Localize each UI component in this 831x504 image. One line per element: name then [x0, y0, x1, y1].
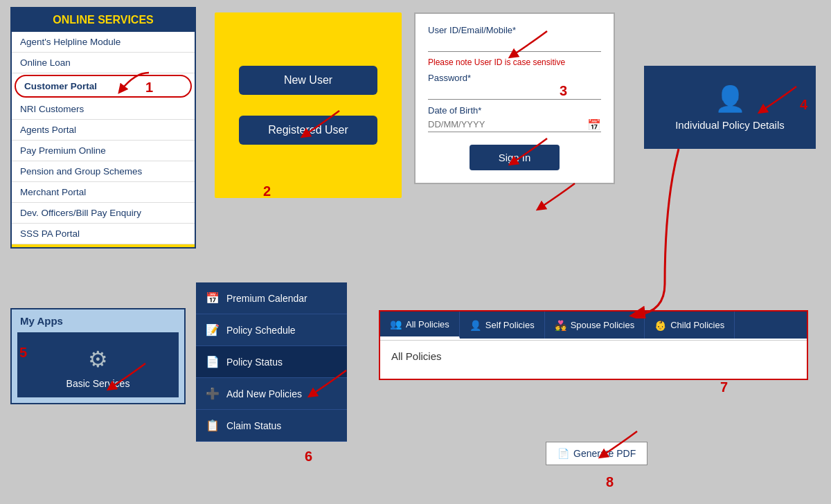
generate-pdf-button[interactable]: 📄 Generate PDF	[546, 442, 647, 465]
list-item-nri-customers[interactable]: NRI Customers	[12, 99, 195, 120]
dob-label: Date of Birth*	[428, 105, 601, 116]
case-sensitive-note: Please note User ID is case sensitive	[428, 57, 601, 67]
edit-icon: 📝	[206, 323, 220, 336]
basic-services-tile[interactable]: ⚙ Basic Services	[17, 332, 179, 397]
user-panel: New User Registered User	[215, 12, 402, 198]
list-item-customer-portal[interactable]: Customer Portal	[15, 75, 192, 98]
user-id-input[interactable]	[428, 37, 601, 52]
online-services-header: ONLINE SERVICES	[12, 8, 195, 32]
generate-pdf-label: Generate PDF	[573, 448, 636, 459]
doc-icon: 📄	[206, 355, 220, 368]
menu-item-premium-calendar[interactable]: 📅 Premium Calendar	[196, 282, 347, 314]
policy-menu: 📅 Premium Calendar 📝 Policy Schedule 📄 P…	[196, 282, 347, 442]
menu-item-add-new-policies[interactable]: ➕ Add New Policies	[196, 378, 347, 410]
sign-in-button[interactable]: Sign In	[470, 145, 560, 170]
policy-details-label: Individual Policy Details	[675, 119, 785, 131]
number-6-badge: 6	[305, 449, 312, 465]
menu-label-claim-status: Claim Status	[226, 420, 281, 431]
policy-details-panel[interactable]: 👤 Individual Policy Details	[644, 66, 816, 149]
list-item-pay-premium[interactable]: Pay Premium Online	[12, 141, 195, 161]
list-item-agents-portal[interactable]: Agents Portal	[12, 120, 195, 141]
menu-label-policy-status: Policy Status	[226, 357, 283, 368]
login-form-panel: User ID/Email/Mobile* Please note User I…	[414, 12, 615, 184]
number-7-badge: 7	[720, 379, 728, 395]
person-icon: 👤	[715, 84, 746, 114]
calendar-icon: 📅	[587, 118, 601, 132]
tab-all-policies[interactable]: 👥 All Policies	[380, 312, 460, 339]
menu-item-policy-status[interactable]: 📄 Policy Status	[196, 346, 347, 378]
plus-icon: ➕	[206, 387, 220, 400]
all-policies-icon: 👥	[390, 318, 402, 330]
my-apps-panel: My Apps ⚙ Basic Services	[10, 308, 186, 404]
list-item-online-loan[interactable]: Online Loan	[12, 53, 195, 73]
tabs-row: 👥 All Policies 👤 Self Policies 💑 Spouse …	[380, 312, 807, 339]
tab-self-policies[interactable]: 👤 Self Policies	[460, 312, 545, 339]
dob-wrapper: 📅	[428, 117, 601, 138]
tab-child-policies[interactable]: 👶 Child Policies	[645, 312, 735, 339]
basic-services-label: Basic Services	[66, 378, 130, 389]
list-item-sss-pa[interactable]: SSS PA Portal	[12, 224, 195, 244]
pdf-icon: 📄	[557, 448, 569, 459]
tab-label-child-policies: Child Policies	[670, 320, 724, 330]
dob-input[interactable]	[428, 117, 601, 132]
registered-user-button[interactable]: Registered User	[239, 116, 377, 145]
new-user-button[interactable]: New User	[239, 66, 377, 95]
tab-label-spouse-policies: Spouse Policies	[571, 320, 635, 330]
tab-label-self-policies: Self Policies	[485, 320, 535, 330]
policy-tabs-panel: 👥 All Policies 👤 Self Policies 💑 Spouse …	[379, 310, 808, 380]
password-input[interactable]	[428, 84, 601, 100]
online-services-list: Agent's Helpline Module Online Loan Cust…	[12, 32, 195, 247]
arrow-signin	[526, 180, 582, 215]
arrow-to-tabs	[623, 145, 706, 318]
user-id-label: User ID/Email/Mobile*	[428, 25, 601, 35]
online-services-panel: ONLINE SERVICES Agent's Helpline Module …	[10, 7, 196, 249]
number-8-badge: 8	[606, 474, 614, 490]
gear-icon: ⚙	[88, 346, 108, 372]
my-apps-header: My Apps	[17, 315, 179, 327]
self-policies-icon: 👤	[470, 320, 481, 331]
menu-label-premium-calendar: Premium Calendar	[226, 293, 307, 304]
menu-label-policy-schedule: Policy Schedule	[226, 325, 296, 336]
menu-item-policy-schedule[interactable]: 📝 Policy Schedule	[196, 314, 347, 346]
list-item-merchant[interactable]: Merchant Portal	[12, 182, 195, 203]
list-item-dev-officers[interactable]: Dev. Officers/Bill Pay Enquiry	[12, 203, 195, 224]
tab-spouse-policies[interactable]: 💑 Spouse Policies	[545, 312, 645, 339]
menu-label-add-new-policies: Add New Policies	[226, 388, 302, 399]
password-label: Password*	[428, 73, 601, 83]
menu-item-claim-status[interactable]: 📋 Claim Status	[196, 410, 347, 442]
child-policies-icon: 👶	[654, 320, 666, 331]
list-item-agents-helpline[interactable]: Agent's Helpline Module	[12, 32, 195, 53]
policies-content: All Policies	[380, 340, 807, 372]
clipboard-icon: 📋	[206, 419, 220, 432]
spouse-policies-icon: 💑	[555, 320, 566, 331]
list-item-pension[interactable]: Pension and Group Schemes	[12, 161, 195, 182]
tab-label-all-policies: All Policies	[406, 319, 449, 330]
calendar-icon: 📅	[206, 291, 220, 305]
